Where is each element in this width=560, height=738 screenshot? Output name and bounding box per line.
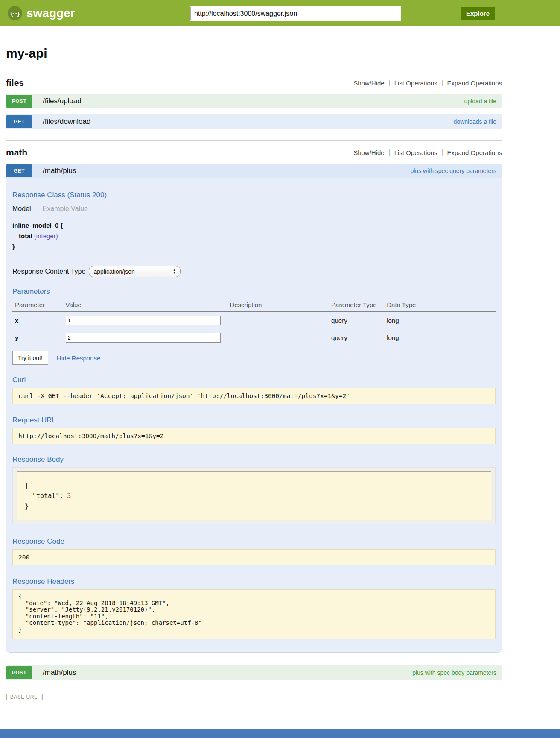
param-y-value-input[interactable]	[66, 333, 221, 343]
base-url-footer: [ BASE URL: ]	[6, 693, 560, 701]
operation-get-files-download: GET /files/download downloads a file	[6, 114, 502, 129]
method-badge-post: POST	[6, 95, 32, 108]
json-open: { "total":	[25, 482, 67, 500]
tab-example-value[interactable]: Example Value	[43, 205, 88, 213]
param-data-type: long	[387, 329, 496, 346]
model-property: total (integer)	[19, 232, 496, 240]
response-body-outer: { "total": 3 }	[12, 467, 496, 524]
content-container: my-api files Show/Hide List Operations E…	[6, 46, 502, 680]
response-class-heading: Response Class (Status 200)	[12, 191, 496, 199]
method-badge-get: GET	[6, 115, 32, 128]
spec-url-input[interactable]	[190, 7, 400, 20]
response-code-box: 200	[12, 549, 496, 565]
files-expand-operations-link[interactable]: Expand Operations	[447, 79, 502, 87]
request-url-box: http://localhost:3000/math/plus?x=1&y=2	[12, 428, 496, 444]
swagger-logo-icon: {⋯}	[8, 6, 22, 20]
param-description	[230, 312, 331, 329]
model-prop-type: (integer)	[34, 232, 58, 240]
op-summary: plus with spec query parameters	[410, 167, 496, 174]
response-headers-heading: Response Headers	[12, 577, 496, 586]
resource-controls-files: Show/Hide List Operations Expand Operati…	[353, 79, 502, 87]
model-tabs: Model Example Value	[12, 203, 496, 215]
json-number-value: 3	[67, 492, 71, 500]
operation-get-math-plus: GET /math/plus plus with spec query para…	[6, 164, 502, 653]
resource-title-math: math	[6, 147, 27, 158]
controls-divider	[442, 80, 443, 86]
op-heading-post-math-plus[interactable]: POST /math/plus plus with spec body para…	[6, 665, 502, 680]
op-heading-get-math-plus[interactable]: GET /math/plus plus with spec query para…	[6, 164, 502, 178]
col-data-type: Data Type	[387, 299, 496, 312]
op-path-link[interactable]: /files/upload	[43, 97, 82, 105]
param-type: query	[331, 312, 387, 329]
controls-divider	[389, 80, 390, 86]
resource-controls-math: Show/Hide List Operations Expand Operati…	[353, 149, 502, 156]
param-type: query	[331, 329, 387, 346]
curl-heading: Curl	[12, 376, 496, 384]
response-body-box: { "total": 3 }	[17, 472, 491, 520]
math-show-hide-link[interactable]: Show/Hide	[353, 149, 385, 156]
operation-post-math-plus: POST /math/plus plus with spec body para…	[6, 665, 502, 680]
response-body-heading: Response Body	[12, 455, 496, 464]
param-description	[230, 329, 331, 346]
brand[interactable]: {⋯} swagger	[8, 0, 75, 26]
response-content-type-label: Response Content Type	[12, 268, 85, 275]
bracket-open: [	[6, 693, 8, 701]
curl-command-box: curl -X GET --header 'Accept: applicatio…	[12, 388, 496, 404]
model-signature: inline_model_0 { total (integer) }	[12, 222, 496, 250]
param-name: x	[12, 312, 66, 329]
op-path-link[interactable]: /math/plus	[43, 668, 76, 677]
header-bar: {⋯} swagger Explore	[0, 0, 560, 26]
param-row-x: x query long	[12, 312, 496, 329]
bracket-close: ]	[41, 693, 43, 701]
method-badge-get: GET	[6, 164, 32, 177]
base-url-label: BASE URL:	[10, 694, 39, 700]
op-summary: downloads a file	[454, 118, 496, 125]
tab-model[interactable]: Model	[12, 205, 31, 213]
logo-braces-glyph: {⋯}	[11, 10, 19, 17]
param-data-type: long	[387, 312, 496, 329]
op-summary: upload a file	[464, 98, 496, 105]
files-show-hide-link[interactable]: Show/Hide	[353, 79, 385, 87]
try-row: Try it out! Hide Response	[12, 351, 496, 365]
explore-button[interactable]: Explore	[461, 7, 495, 20]
op-summary: plus with spec body parameters	[412, 669, 496, 676]
op-heading-post-files-upload[interactable]: POST /files/upload upload a file	[6, 94, 502, 108]
response-headers-box: { "date": "Wed, 22 Aug 2018 18:49:13 GMT…	[12, 589, 496, 639]
controls-divider	[442, 149, 443, 156]
resource-math: math Show/Hide List Operations Expand Op…	[6, 147, 502, 680]
response-code-heading: Response Code	[12, 537, 496, 546]
op-path-link[interactable]: /math/plus	[43, 167, 76, 175]
tab-divider	[37, 203, 37, 215]
op-path-link[interactable]: /files/download	[43, 117, 90, 126]
json-close: }	[25, 502, 29, 510]
select-arrows-icon: ▲ ▼	[172, 269, 176, 274]
op-heading-get-files-download[interactable]: GET /files/download downloads a file	[6, 114, 502, 129]
hide-response-link[interactable]: Hide Response	[57, 354, 101, 362]
op-content-get-math-plus: Response Class (Status 200) Model Exampl…	[6, 178, 502, 653]
brand-title: swagger	[26, 6, 75, 20]
param-row-y: y query long	[12, 329, 496, 346]
math-expand-operations-link[interactable]: Expand Operations	[447, 149, 502, 156]
api-title: my-api	[6, 46, 502, 61]
response-content-type-row: Response Content Type application/json ▲…	[12, 266, 496, 277]
resource-title-files: files	[6, 78, 24, 88]
try-it-out-button[interactable]: Try it out!	[12, 351, 48, 365]
files-list-operations-link[interactable]: List Operations	[394, 79, 438, 87]
col-parameter: Parameter	[12, 299, 66, 312]
selected-content-type: application/json	[93, 268, 135, 275]
model-prop-name: total	[19, 232, 32, 240]
math-list-operations-link[interactable]: List Operations	[394, 149, 438, 156]
section-divider	[6, 140, 502, 141]
response-content-type-select[interactable]: application/json ▲ ▼	[89, 266, 181, 277]
request-url-heading: Request URL	[12, 416, 496, 425]
col-description: Description	[230, 299, 331, 312]
parameters-table: Parameter Value Description Parameter Ty…	[12, 299, 496, 346]
param-name: y	[12, 329, 66, 346]
bottom-bar	[0, 729, 560, 738]
operation-post-files-upload: POST /files/upload upload a file	[6, 94, 502, 108]
controls-divider	[389, 149, 390, 156]
col-value: Value	[66, 299, 230, 312]
resource-files: files Show/Hide List Operations Expand O…	[6, 78, 502, 129]
param-x-value-input[interactable]	[66, 316, 221, 325]
arrow-down-glyph: ▼	[172, 272, 176, 274]
